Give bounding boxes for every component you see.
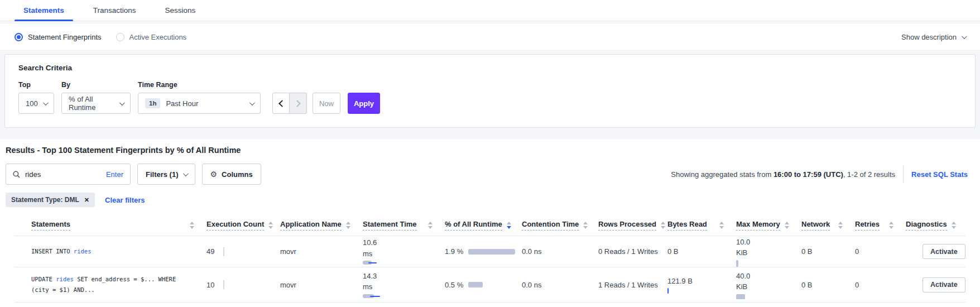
sort-icon <box>583 222 588 229</box>
execution-count-cell: 49 <box>206 236 280 267</box>
sort-icon <box>952 222 956 229</box>
application-cell: movr <box>280 247 363 256</box>
time-bar-chart <box>363 294 387 299</box>
col-header-bytes-read[interactable]: Bytes Read <box>667 220 736 231</box>
by-label: By <box>61 81 131 89</box>
network-cell: 0 B <box>801 281 855 289</box>
table-header-row: Statements Execution Count Application N… <box>15 215 965 236</box>
chevron-down-icon <box>119 100 125 105</box>
radio-unselected-icon <box>116 33 124 41</box>
max-memory-cell: 10.0 KiB <box>736 237 801 267</box>
chevron-down-icon <box>182 171 188 176</box>
radio-active-executions[interactable]: Active Executions <box>116 33 187 41</box>
max-memory-cell: 40.0 KiB <box>736 271 801 299</box>
contention-time-cell: 0.0 ns <box>522 281 598 289</box>
col-header-contention-time[interactable]: Contention Time <box>522 220 598 231</box>
tab-statements[interactable]: Statements <box>15 0 73 21</box>
memory-bar-chart <box>736 260 738 267</box>
sql-activity-tabbar: Statements Transactions Sessions <box>0 0 980 21</box>
retries-cell: 0 <box>855 247 906 256</box>
runtime-bar-chart <box>468 282 483 287</box>
statement-fingerprint-link[interactable]: INSERT INTO rides <box>31 246 196 257</box>
statements-table: Statements Execution Count Application N… <box>15 215 965 303</box>
statement-time-cell: 10.6 ms <box>363 237 445 266</box>
search-criteria-card: Search Criteria Top 100 By % of All Runt… <box>4 54 976 128</box>
chevron-down-icon <box>962 33 967 39</box>
runtime-pct-cell: 0.5 % <box>445 281 522 289</box>
filters-button[interactable]: Filters (1) <box>137 164 195 185</box>
top-label: Top <box>18 81 54 89</box>
statement-time-cell: 14.3 ms <box>363 271 445 299</box>
sort-icon <box>785 222 789 229</box>
runtime-bar-chart <box>468 249 515 255</box>
aggregated-stats-text: Showing aggregated stats from 16:00 to 1… <box>671 170 895 179</box>
contention-time-cell: 0.0 ns <box>522 247 598 256</box>
sort-icon <box>190 222 194 229</box>
network-cell: 0 B <box>801 247 855 256</box>
diagnostics-cell: Activate <box>906 277 965 292</box>
bytes-read-cell: 121.9 B <box>667 276 736 294</box>
count-bar <box>223 280 224 289</box>
rows-processed-cell: 0 Reads / 1 Writes <box>598 247 667 256</box>
statement-fingerprint-link[interactable]: UPDATE rides SET end_address = $... WHER… <box>31 274 196 295</box>
chevron-down-icon <box>43 100 49 105</box>
col-header-execution-count[interactable]: Execution Count <box>206 220 280 231</box>
sort-icon <box>889 222 893 229</box>
time-range-select[interactable]: 1h Past Hour <box>138 93 261 114</box>
time-range-next-button[interactable] <box>290 93 307 114</box>
results-section: Results - Top 100 Statement Fingerprints… <box>0 139 980 307</box>
table-name-link[interactable]: rides <box>74 248 92 255</box>
col-header-rows-processed[interactable]: Rows Processed <box>598 220 667 231</box>
activate-diagnostics-button[interactable]: Activate <box>923 244 965 259</box>
sort-icon <box>719 222 724 229</box>
radio-statement-fingerprints[interactable]: Statement Fingerprints <box>15 33 102 41</box>
col-header-runtime-pct[interactable]: % of All Runtime <box>445 220 522 231</box>
col-header-application-name[interactable]: Application Name <box>280 220 363 231</box>
memory-bar-chart <box>736 294 745 299</box>
clear-filters-link[interactable]: Clear filters <box>105 196 145 204</box>
search-criteria-title: Search Criteria <box>18 64 962 72</box>
sort-icon <box>661 222 665 229</box>
gear-icon: ⚙ <box>210 170 218 178</box>
sort-icon <box>346 222 350 229</box>
col-header-statements[interactable]: Statements <box>31 220 206 231</box>
time-bar-chart <box>363 260 387 266</box>
reset-sql-stats-link[interactable]: Reset SQL Stats <box>911 170 968 179</box>
chevron-down-icon <box>249 100 255 105</box>
table-row: UPDATE rides SET end_address = $... WHER… <box>15 267 965 303</box>
tab-transactions[interactable]: Transactions <box>84 0 145 21</box>
activate-diagnostics-button[interactable]: Activate <box>923 277 965 292</box>
col-header-diagnostics[interactable]: Diagnostics <box>906 220 965 231</box>
sort-icon <box>838 222 843 229</box>
runtime-pct-cell: 1.9 % <box>445 247 522 256</box>
columns-button[interactable]: ⚙ Columns <box>202 164 261 185</box>
retries-cell: 0 <box>855 281 906 289</box>
application-cell: movr <box>280 281 363 289</box>
apply-button[interactable]: Apply <box>348 93 380 114</box>
chevron-right-icon <box>294 100 301 107</box>
view-toggle-row: Statement Fingerprints Active Executions… <box>0 24 980 50</box>
time-range-prev-button[interactable] <box>272 93 290 114</box>
col-header-retries[interactable]: Retries <box>855 220 906 231</box>
top-select[interactable]: 100 <box>18 93 54 114</box>
col-header-statement-time[interactable]: Statement Time <box>363 220 445 231</box>
close-icon[interactable]: ✕ <box>84 196 89 204</box>
bytes-read-cell: 0 B <box>667 247 736 256</box>
time-range-badge: 1h <box>145 98 160 108</box>
search-enter-label[interactable]: Enter <box>106 170 123 179</box>
by-select[interactable]: % of All Runtime <box>61 93 131 114</box>
time-range-label: Time Range <box>138 81 261 89</box>
sort-icon <box>268 222 273 229</box>
table-name-link[interactable]: rides <box>56 276 74 282</box>
col-header-max-memory[interactable]: Max Memory <box>736 220 801 231</box>
search-icon <box>13 171 20 178</box>
search-input[interactable] <box>25 170 106 179</box>
rows-processed-cell: 1 Reads / 1 Writes <box>598 281 667 289</box>
sort-icon <box>428 222 433 229</box>
tab-sessions[interactable]: Sessions <box>156 0 205 21</box>
now-button[interactable]: Now <box>313 93 340 114</box>
table-row: INSERT INTO rides 49 movr 10.6 ms 1.9 % … <box>15 236 965 267</box>
col-header-network[interactable]: Network <box>801 220 855 231</box>
filter-tag-statement-type: Statement Type: DML ✕ <box>6 193 95 207</box>
show-description-toggle[interactable]: Show description <box>901 33 965 41</box>
